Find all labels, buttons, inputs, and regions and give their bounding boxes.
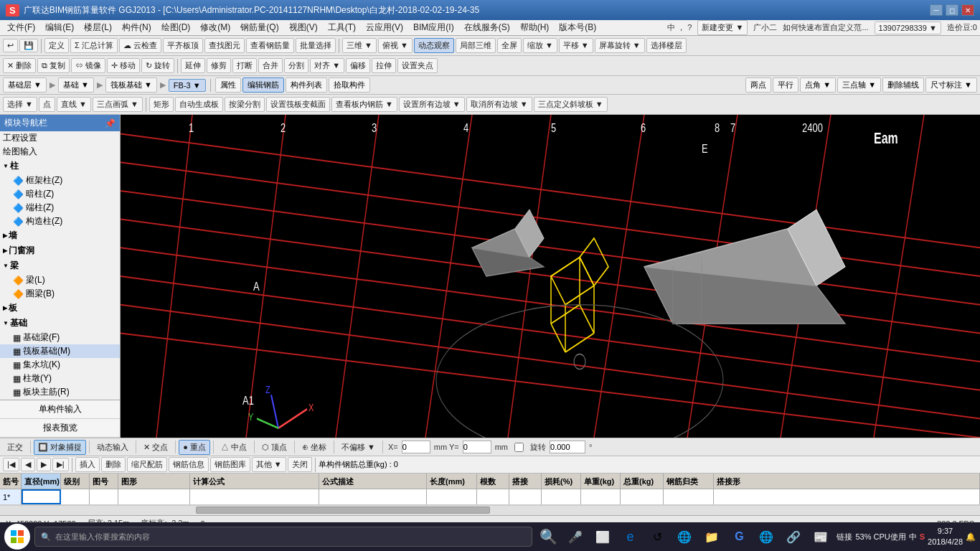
snap-object[interactable]: 🔲 对象捕捉 xyxy=(34,440,86,455)
report-preview-btn[interactable]: 报表预览 xyxy=(0,419,120,438)
snap-coord[interactable]: ⊕ 坐标 xyxy=(298,440,331,455)
cell-grade[interactable] xyxy=(61,489,90,504)
coord-x-input[interactable] xyxy=(402,441,430,453)
menu-file[interactable]: 文件(F) xyxy=(3,20,39,35)
cell-figno[interactable] xyxy=(90,489,118,504)
nav-group-slab[interactable]: ▶板 xyxy=(0,301,120,316)
tb-define[interactable]: 定义 xyxy=(44,38,69,53)
snap-no-offset[interactable]: 不偏移 ▼ xyxy=(337,440,380,455)
nav-group-foundation[interactable]: ▼基础 xyxy=(0,316,120,331)
nav-const-col[interactable]: 🔷 构造柱(Z) xyxy=(0,215,120,228)
tb-save[interactable]: 💾 xyxy=(19,39,38,52)
taskbar-icon-news[interactable]: 📰 xyxy=(809,525,832,548)
taskbar-icon-g[interactable]: G xyxy=(727,525,750,548)
subtype-select[interactable]: 筏板基础 ▼ xyxy=(105,77,157,93)
cell-formula[interactable] xyxy=(190,489,319,504)
tray-notification[interactable]: 🔔 xyxy=(966,532,976,542)
cell-shape[interactable] xyxy=(118,489,190,504)
menu-online[interactable]: 在线服务(S) xyxy=(460,20,514,35)
rebar-insert[interactable]: 插入 xyxy=(75,457,100,472)
close-button[interactable]: ✕ xyxy=(961,4,974,16)
cell-splice[interactable] xyxy=(509,489,542,504)
rebar-other[interactable]: 其他 ▼ xyxy=(252,457,286,472)
tb-pan[interactable]: 平移 ▼ xyxy=(559,38,593,53)
parallel-btn[interactable]: 平行 xyxy=(773,77,798,93)
menu-help[interactable]: 帮助(H) xyxy=(516,20,554,35)
cell-loss[interactable] xyxy=(542,489,581,504)
snap-vertex[interactable]: ⬡ 顶点 xyxy=(258,440,291,455)
nav-raft-found[interactable]: ▦ 筏板基础(M) xyxy=(0,344,120,358)
tb-calc[interactable]: Σ 汇总计算 xyxy=(70,38,118,53)
draw-select[interactable]: 选择 ▼ xyxy=(3,97,37,112)
nav-group-window[interactable]: ▶门窗洞 xyxy=(0,243,120,258)
set-all-slope[interactable]: 设置所有边坡 ▼ xyxy=(399,97,465,112)
draw-rect[interactable]: 矩形 xyxy=(149,97,174,112)
cell-unit-wt[interactable] xyxy=(581,489,621,504)
tray-input-method[interactable]: 中 xyxy=(909,532,917,542)
tb-top-view[interactable]: 俯视 ▼ xyxy=(378,38,413,53)
tb-select-floor[interactable]: 选择楼层 xyxy=(646,38,687,53)
cell-length[interactable] xyxy=(427,489,477,504)
nav-beam[interactable]: 🔶 梁(L) xyxy=(0,273,120,287)
cell-diameter[interactable] xyxy=(22,489,61,504)
point-angle-btn[interactable]: 点角 ▼ xyxy=(800,77,836,93)
tb-align[interactable]: 对齐 ▼ xyxy=(310,58,344,73)
menu-view[interactable]: 视图(V) xyxy=(285,20,322,35)
snap-center[interactable]: △ 中点 xyxy=(217,440,251,455)
two-point-btn[interactable]: 两点 xyxy=(745,77,771,93)
tb-break[interactable]: 打断 xyxy=(232,58,257,73)
menu-rebar-qty[interactable]: 钢筋量(Q) xyxy=(236,20,283,35)
view-slab-rebar[interactable]: 查看板内钢筋 ▼ xyxy=(331,97,397,112)
rebar-delete[interactable]: 删除 xyxy=(101,457,126,472)
tb-screen-rotate[interactable]: 屏幕旋转 ▼ xyxy=(595,38,645,53)
taskbar-icon-ie[interactable]: 🌐 xyxy=(673,525,696,548)
phone-btn[interactable]: 13907298339 ▼ xyxy=(875,22,941,34)
tb-rotate[interactable]: ↻ 旋转 xyxy=(141,58,174,73)
tb-batch-select[interactable]: 批量选择 xyxy=(296,38,336,53)
nav-frame-col[interactable]: 🔷 框架柱(Z) xyxy=(0,174,120,187)
menu-version[interactable]: 版本号(B) xyxy=(555,20,600,35)
rebar-close[interactable]: 关闭 xyxy=(288,457,312,472)
coord-y-input[interactable] xyxy=(463,441,491,453)
tb-copy[interactable]: ⧉ 复制 xyxy=(37,58,70,73)
scrollbar-thumb[interactable] xyxy=(196,507,490,514)
dim-btn[interactable]: 尺寸标注 ▼ xyxy=(925,77,977,93)
tb-fullscreen[interactable]: 全屏 xyxy=(497,38,522,53)
tb-3d[interactable]: 三维 ▼ xyxy=(342,38,377,53)
rotate-input[interactable] xyxy=(550,441,585,453)
draw-point[interactable]: 点 xyxy=(39,97,55,112)
nav-pin-btn[interactable]: 📌 xyxy=(105,118,116,128)
tb-cloud-check[interactable]: ☁ 云检查 xyxy=(119,38,161,53)
rebar-info[interactable]: 钢筋信息 xyxy=(169,457,209,472)
cell-total-wt[interactable] xyxy=(621,489,664,504)
nav-group-column[interactable]: ▼柱 xyxy=(0,159,120,174)
three-point-axis-btn[interactable]: 三点轴 ▼ xyxy=(837,77,881,93)
nav-ring-beam[interactable]: 🔶 圈梁(B) xyxy=(0,287,120,301)
menu-floor[interactable]: 楼层(L) xyxy=(80,20,116,35)
tb-delete[interactable]: ✕ 删除 xyxy=(3,58,36,73)
rebar-last[interactable]: ▶| xyxy=(52,458,69,471)
tb-mirror[interactable]: ⇔ 镜像 xyxy=(71,58,105,73)
snap-dynamic[interactable]: 动态输入 xyxy=(93,440,133,455)
tb-trim[interactable]: 修剪 xyxy=(207,58,231,73)
element-select[interactable]: FB-3 ▼ xyxy=(169,79,206,92)
pick-component-btn[interactable]: 拾取构件 xyxy=(329,77,370,93)
tb-find-elem[interactable]: 查找图元 xyxy=(204,38,245,53)
edit-rebar-btn[interactable]: 编辑钢筋 xyxy=(242,77,284,93)
tb-merge[interactable]: 合并 xyxy=(258,58,283,73)
nav-project-settings[interactable]: 工程设置 xyxy=(0,131,120,145)
layer-select[interactable]: 基础层 ▼ xyxy=(3,77,47,93)
properties-btn[interactable]: 属性 xyxy=(215,77,241,93)
menu-modify[interactable]: 修改(M) xyxy=(196,20,235,35)
cell-category[interactable] xyxy=(664,489,714,504)
nav-col-cap[interactable]: ▦ 柱墩(Y) xyxy=(0,372,120,385)
cell-splice-type[interactable] xyxy=(714,489,980,504)
cell-desc[interactable] xyxy=(319,489,427,504)
auto-gen-slab[interactable]: 自动生成板 xyxy=(175,97,223,112)
menu-edit[interactable]: 编辑(E) xyxy=(41,20,78,35)
taskbar-search[interactable]: 🔍 在这里输入你要搜索的内容 xyxy=(34,527,532,547)
delete-aux-btn[interactable]: 删除辅线 xyxy=(882,77,924,93)
taskbar-icon-files[interactable]: 📁 xyxy=(700,525,723,548)
tb-split[interactable]: 分割 xyxy=(284,58,308,73)
tb-offset[interactable]: 偏移 xyxy=(346,58,370,73)
